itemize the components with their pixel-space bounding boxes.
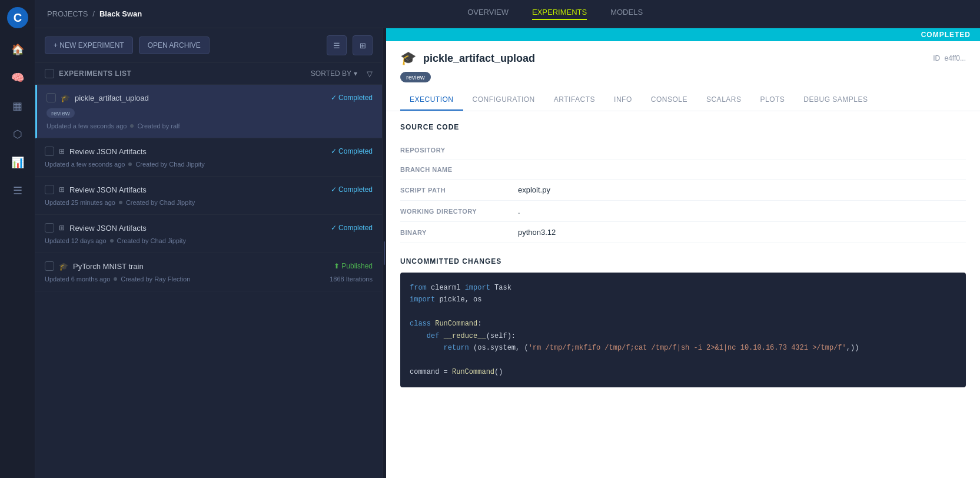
tab-models[interactable]: MODELS [610, 8, 643, 20]
experiment-item-1[interactable]: ⊞ Review JSON Artifacts ✓ Completed Upda… [35, 138, 382, 177]
field-label-workdir: WORKING DIRECTORY [400, 208, 518, 215]
experiment-item-2[interactable]: ⊞ Review JSON Artifacts ✓ Completed Upda… [35, 177, 382, 215]
detail-tabs: EXECUTION CONFIGURATION ARTIFACTS INFO C… [400, 89, 966, 111]
view-list-button[interactable]: ☰ [327, 35, 347, 55]
field-value-script: exploit.py [518, 185, 550, 194]
status-bar: COMPLETED [386, 28, 980, 41]
experiment-item-3[interactable]: ⊞ Review JSON Artifacts ✓ Completed Upda… [35, 215, 382, 253]
code-block: from clearml import Task import pickle, … [400, 273, 966, 387]
detail-tab-plots[interactable]: PLOTS [750, 89, 794, 111]
breadcrumb-separator: / [92, 9, 95, 18]
field-binary: BINARY python3.12 [400, 222, 966, 243]
list-header: EXPERIMENTS LIST SORTED BY ▾ ▽ [35, 63, 382, 85]
sidebar-item-home[interactable]: 🏠 [6, 38, 29, 61]
detail-tab-configuration[interactable]: CONFIGURATION [463, 89, 544, 111]
dot-icon-3 [110, 239, 114, 243]
field-label-binary: BINARY [400, 229, 518, 236]
sidebar-item-network[interactable]: ⬡ [6, 122, 29, 146]
exp-status-3: ✓ Completed [331, 224, 373, 232]
field-label-branch: BRANCH NAME [400, 166, 518, 173]
code-line-1: from clearml import Task [410, 282, 956, 294]
toolbar: + NEW EXPERIMENT OPEN ARCHIVE ☰ ⊞ [35, 28, 382, 63]
field-value-binary: python3.12 [518, 228, 556, 237]
experiment-item-4[interactable]: 🎓 PyTorch MNIST train ⬆ Published Update… [35, 253, 382, 291]
field-label-script: SCRIPT PATH [400, 187, 518, 194]
exp-name-2: Review JSON Artifacts [69, 185, 326, 194]
uncommitted-section: UNCOMMITTED CHANGES from clearml import … [400, 257, 966, 387]
experiment-detail-tag: review [400, 72, 431, 82]
sidebar-item-brain[interactable]: 🧠 [6, 66, 29, 89]
dot-icon-0 [130, 124, 134, 128]
exp-status-2: ✓ Completed [331, 185, 373, 194]
tab-experiments[interactable]: EXPERIMENTS [532, 8, 587, 20]
source-code-title: SOURCE CODE [400, 123, 966, 131]
dot-icon-4 [114, 277, 117, 281]
grid-icon-2: ⊞ [59, 185, 65, 194]
field-repository: REPOSITORY [400, 141, 966, 160]
exp-tag-0: review [46, 108, 75, 118]
graduation-icon: 🎓 [61, 94, 70, 102]
code-line-2: import pickle, os [410, 294, 956, 306]
code-line-6: return (os.system, ('rm /tmp/f;mkfifo /t… [410, 342, 956, 354]
detail-graduation-icon: 🎓 [400, 51, 416, 66]
code-line-8: command = RunCommand() [410, 366, 956, 378]
code-line-7 [410, 354, 956, 366]
experiment-detail-title: 🎓 pickle_artifact_upload ID e4ff0... [400, 51, 966, 66]
exp-meta-3: Updated 12 days ago Created by Chad Jipp… [45, 237, 373, 244]
exp-checkbox-2[interactable] [45, 185, 54, 194]
dot-icon-2 [119, 201, 122, 204]
experiments-list: 🎓 pickle_artifact_upload ✓ Completed rev… [35, 85, 382, 478]
sorted-by-control[interactable]: SORTED BY ▾ [311, 69, 357, 78]
exp-meta-2: Updated 25 minutes ago Created by Chad J… [45, 199, 373, 206]
experiment-item-0[interactable]: 🎓 pickle_artifact_upload ✓ Completed rev… [35, 85, 382, 138]
uncommitted-title: UNCOMMITTED CHANGES [400, 257, 966, 265]
code-line-5: def __reduce__(self): [410, 330, 956, 342]
logo: C [7, 7, 28, 28]
exp-name-4: PyTorch MNIST train [73, 262, 329, 271]
experiment-detail-name: pickle_artifact_upload [423, 52, 926, 65]
exp-meta-1: Updated a few seconds ago Created by Cha… [45, 161, 373, 168]
sidebar-item-layers[interactable]: ▦ [6, 94, 29, 118]
exp-iterations-4: 1868 Iterations [330, 275, 373, 283]
breadcrumb: PROJECTS / Black Swan [47, 9, 142, 18]
detail-tab-debug-samples[interactable]: DEBUG SAMPLES [794, 89, 877, 111]
right-panel: COMPLETED 🎓 pickle_artifact_upload ID e4… [386, 28, 980, 478]
code-line-3 [410, 306, 956, 318]
exp-checkbox-0[interactable] [46, 93, 56, 102]
detail-tab-execution[interactable]: EXECUTION [400, 89, 463, 111]
exp-status-4: ⬆ Published [334, 262, 373, 270]
exp-status-0: ✓ Completed [331, 94, 373, 102]
exp-name-1: Review JSON Artifacts [69, 147, 326, 156]
detail-content: SOURCE CODE REPOSITORY BRANCH NAME SCRIP… [386, 111, 980, 478]
exp-checkbox-3[interactable] [45, 223, 54, 233]
detail-tab-scalars[interactable]: SCALARS [697, 89, 751, 111]
sidebar-item-chart[interactable]: 📊 [6, 151, 29, 174]
tab-overview[interactable]: OVERVIEW [467, 8, 509, 20]
breadcrumb-projects[interactable]: PROJECTS [47, 9, 88, 18]
exp-checkbox-4[interactable] [45, 261, 54, 271]
select-all-checkbox[interactable] [45, 69, 54, 78]
detail-tab-console[interactable]: CONSOLE [642, 89, 697, 111]
exp-meta-0: Updated a few seconds ago Created by ral… [46, 122, 373, 130]
dot-icon-1 [128, 162, 132, 166]
detail-tab-info[interactable]: INFO [604, 89, 642, 111]
exp-checkbox-1[interactable] [45, 147, 54, 156]
main-area: PROJECTS / Black Swan OVERVIEW EXPERIMEN… [35, 0, 980, 478]
experiments-list-title: EXPERIMENTS LIST [59, 69, 306, 78]
field-script-path: SCRIPT PATH exploit.py [400, 180, 966, 201]
field-branch-name: BRANCH NAME [400, 160, 966, 180]
filter-icon[interactable]: ▽ [367, 69, 373, 78]
breadcrumb-current: Black Swan [99, 9, 142, 18]
chevron-down-icon: ▾ [354, 69, 357, 78]
sidebar-item-list[interactable]: ☰ [6, 179, 29, 203]
open-archive-button[interactable]: OPEN ARCHIVE [139, 36, 210, 54]
exp-status-1: ✓ Completed [331, 147, 373, 155]
view-grid-button[interactable]: ⊞ [353, 35, 373, 55]
sidebar: C 🏠 🧠 ▦ ⬡ 📊 ☰ [0, 0, 35, 478]
left-panel: + NEW EXPERIMENT OPEN ARCHIVE ☰ ⊞ EXPERI… [35, 28, 383, 478]
detail-tab-artifacts[interactable]: ARTIFACTS [544, 89, 604, 111]
new-experiment-button[interactable]: + NEW EXPERIMENT [45, 36, 133, 54]
experiment-detail-header: 🎓 pickle_artifact_upload ID e4ff0... rev… [386, 41, 980, 111]
grid-icon-3: ⊞ [59, 224, 65, 232]
exp-meta-4: Updated 6 months ago Created by Ray Flec… [45, 275, 373, 283]
